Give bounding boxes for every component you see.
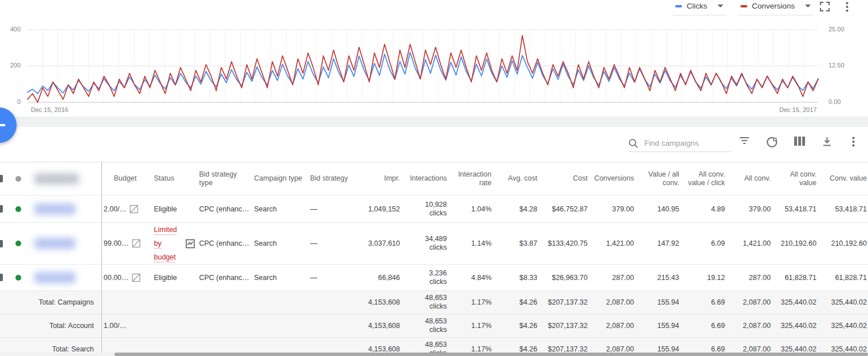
header-interactions[interactable]: Interactions [401, 162, 448, 195]
campaign-status-dot[interactable] [15, 206, 21, 212]
all-conv-value-cell: 53,418.71 [772, 195, 818, 222]
status-alert-wrap: Limited by budget [154, 223, 195, 264]
total-all-conv-value-click-cell: 6.69 [680, 314, 726, 337]
conversions-metric-dropdown[interactable]: Conversions [738, 0, 814, 15]
bid-strategy-type-cell: CPC (enhanc… [195, 195, 250, 222]
chart-more-options-button[interactable] [846, 2, 849, 12]
row-checkbox[interactable] [0, 274, 3, 281]
header-all-conv-value[interactable]: All conv. value [772, 162, 818, 195]
campaign-name-header-redacted [34, 173, 79, 185]
horizontal-scrollbar-thumb[interactable] [114, 353, 868, 356]
row-checkbox-cell [0, 223, 8, 264]
more-vertical-icon [846, 2, 849, 12]
cost-cell: $133,420.75 [538, 223, 589, 264]
edit-budget-icon[interactable] [132, 239, 141, 248]
campaign-name-redacted[interactable] [34, 238, 76, 249]
campaign-name-cell [27, 265, 101, 290]
header-cost[interactable]: Cost [538, 162, 589, 195]
avg-cost-cell: $8.33 [493, 265, 538, 290]
filter-button[interactable] [739, 137, 750, 145]
header-conversions[interactable]: Conversions [589, 162, 635, 195]
header-impr[interactable]: Impr. [366, 162, 401, 195]
header-bid-strategy-type[interactable]: Bid strategy type [195, 162, 250, 195]
header-all-conv-value-click[interactable]: All conv. value / click [680, 162, 726, 195]
search-input[interactable] [644, 139, 724, 147]
clicks-metric-dropdown[interactable]: Clicks [673, 0, 727, 15]
header-avg-cost[interactable]: Avg. cost [493, 162, 538, 195]
total-all-conv-value-cell: 325,440.02 [772, 314, 818, 337]
total-status-cell [141, 291, 195, 314]
total-campaign-type-cell [250, 291, 303, 314]
expand-chart-button[interactable] [820, 2, 830, 11]
status-cell: Limited by budget [141, 223, 195, 264]
bid-strategy-type-cell: CPC (enhanc… [195, 223, 250, 264]
segment-button[interactable] [766, 137, 778, 148]
total-label: Total: Campaigns [27, 298, 101, 306]
total-bid-strategy-type-cell [195, 314, 250, 337]
status-value: Eligible [154, 205, 177, 213]
fullscreen-icon [820, 2, 830, 11]
interactions-cell: 10,928 clicks [401, 195, 448, 222]
header-campaign-type[interactable]: Campaign type [250, 162, 303, 195]
total-bid-strategy-type-cell [195, 291, 250, 314]
edit-budget-icon[interactable] [132, 273, 141, 282]
campaign-name-cell [27, 223, 101, 264]
total-interactions-cell: 48,653 clicks [401, 291, 448, 314]
row-checkbox[interactable] [0, 240, 3, 247]
header-conv-value[interactable]: Conv. value [818, 162, 868, 195]
campaign-row: 99.00…Limited by budgetCPC (enhanc…Searc… [0, 223, 868, 265]
clicks-legend-label: Clicks [687, 2, 707, 10]
budget-value[interactable]: 00.00… [104, 274, 129, 282]
budget-cell: 2.00/… [101, 195, 141, 222]
cost-cell: $46,752.87 [538, 195, 589, 222]
total-bid-strategy-cell [303, 314, 366, 337]
chevron-down-icon [718, 5, 723, 7]
budget-value[interactable]: 99.00… [104, 239, 129, 247]
budget-value[interactable]: 2.00/… [104, 205, 126, 213]
conversions-cell: 1,421.00 [589, 223, 635, 264]
conversions-series-swatch [740, 5, 747, 7]
header-bid-strategy[interactable]: Bid strategy [303, 162, 366, 195]
campaign-status-dot[interactable] [15, 275, 21, 281]
value-all-conv-cell: 215.43 [635, 265, 680, 290]
search-box [628, 135, 731, 152]
total-interaction-rate-cell: 1.17% [448, 314, 493, 337]
header-status[interactable]: Status [141, 162, 195, 195]
row-checkbox-cell [0, 265, 8, 290]
frozen-column-divider [101, 162, 102, 353]
select-all-checkbox[interactable] [0, 175, 3, 182]
header-all-conv[interactable]: All conv. [726, 162, 772, 195]
header-interaction-rate[interactable]: Interaction rate [448, 162, 493, 195]
header-budget[interactable]: Budget [101, 162, 141, 195]
header-value-all-conv[interactable]: Value / all conv. [635, 162, 680, 195]
impr-cell: 3,037,610 [366, 223, 401, 264]
clicks-series-swatch [675, 5, 682, 7]
campaign-name-redacted[interactable] [34, 203, 76, 215]
total-campaign-type-cell [250, 314, 303, 337]
table-more-options-button[interactable] [852, 137, 855, 147]
campaign-name-redacted[interactable] [34, 272, 76, 283]
campaign-row: 00.00…EligibleCPC (enhanc…Search—66,8463… [0, 265, 868, 291]
total-avg-cost-cell: $4.26 [493, 314, 538, 337]
download-button[interactable] [822, 137, 832, 146]
performance-chart-panel: 400 200 0 25.00 12.50 0.00 Dec 15, 2016 … [0, 0, 868, 117]
right-axis-tick: 0.00 [829, 98, 854, 105]
edit-budget-icon[interactable] [129, 205, 138, 214]
total-label: Total: Search [27, 345, 101, 353]
row-checkbox[interactable] [0, 205, 3, 213]
impr-cell: 1,049,152 [366, 195, 401, 222]
total-conversions-cell: 2,087.00 [589, 314, 635, 337]
status-limited-by-budget-link[interactable]: Limited by budget [154, 223, 180, 264]
total-label-cell: Total: Campaigns [27, 291, 101, 314]
status-dot-header-icon [15, 176, 21, 182]
campaign-status-dot[interactable] [15, 241, 21, 246]
bid-simulator-icon[interactable] [185, 239, 195, 249]
conv-value-cell: 210,192.60 [818, 223, 868, 264]
all-conv-cell: 287.00 [726, 265, 772, 290]
table-header-row: Budget Status Bid strategy type Campaign… [0, 162, 868, 195]
x-axis-start-label: Dec 15, 2016 [31, 106, 68, 113]
columns-button[interactable] [794, 137, 805, 146]
download-icon [822, 137, 832, 146]
value-all-conv-cell: 147.92 [635, 223, 680, 264]
total-cost-cell: $207,137.32 [538, 314, 589, 337]
